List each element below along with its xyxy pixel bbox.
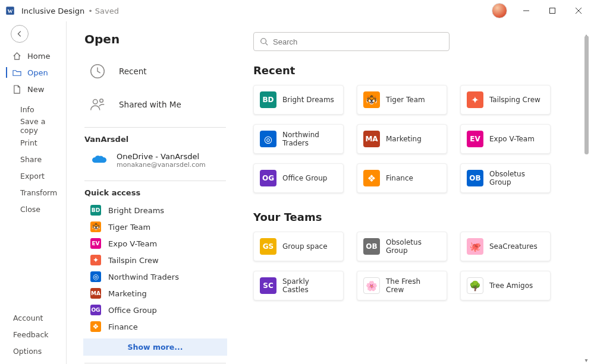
- team-card[interactable]: OBObsoletus Group: [460, 163, 551, 193]
- nav-item-open[interactable]: Open: [0, 64, 66, 81]
- team-card[interactable]: GSGroup space: [253, 232, 344, 261]
- team-icon: 🌳: [467, 277, 483, 294]
- section-heading: Recent: [253, 64, 581, 77]
- nav-item-share[interactable]: Share: [0, 151, 66, 167]
- source-shared-with-me[interactable]: Shared with Me: [84, 90, 226, 124]
- team-icon: 🐙: [467, 238, 483, 255]
- app-window: W Inclusive Design • Saved HomeOpenNew I…: [0, 0, 594, 364]
- nav-item-home[interactable]: Home: [0, 48, 66, 64]
- team-label: Expo V-Team: [489, 135, 535, 143]
- svg-text:W: W: [8, 8, 13, 14]
- nav-label: Close: [20, 205, 40, 214]
- nav-label: Print: [20, 138, 37, 147]
- team-icon: ◎: [90, 271, 101, 282]
- team-card[interactable]: OBObsoletus Group: [357, 232, 447, 261]
- card-grid: BDBright Dreams🐯Tiger Team✦Tailsping Cre…: [253, 85, 581, 193]
- minimize-button[interactable]: [513, 1, 539, 20]
- team-icon: 🌸: [363, 277, 380, 294]
- quick-access-item[interactable]: MAMarketing: [84, 285, 226, 302]
- scroll-down-icon[interactable]: ▾: [583, 357, 589, 363]
- team-label: Northwind Traders: [282, 131, 337, 148]
- team-card[interactable]: BDBright Dreams: [253, 85, 344, 115]
- separator: [84, 127, 226, 128]
- quick-access-label: Tiger Team: [108, 223, 150, 232]
- nav-item-account[interactable]: Account: [0, 309, 66, 326]
- team-icon: OG: [90, 305, 101, 315]
- back-button[interactable]: [11, 25, 29, 43]
- nav-label: Feedback: [13, 330, 49, 339]
- nav-item-feedback[interactable]: Feedback: [0, 326, 66, 343]
- team-card[interactable]: EVExpo V-Team: [460, 124, 551, 154]
- panel-title: Open: [84, 32, 226, 46]
- quick-access-label: Expo V-Team: [108, 239, 157, 248]
- source-label: Shared with Me: [119, 100, 181, 109]
- source-label: Recent: [119, 67, 147, 76]
- onedrive-account[interactable]: OneDrive - VanArsdel monakane@vanarsdel.…: [84, 148, 226, 177]
- team-label: Marketing: [386, 135, 422, 143]
- search-box[interactable]: [253, 32, 450, 51]
- team-icon: ❖: [363, 170, 380, 186]
- nav-item-save-a-copy[interactable]: Save a copy: [0, 118, 66, 134]
- titlebar: W Inclusive Design • Saved: [0, 0, 594, 21]
- nav-item-info[interactable]: Info: [0, 101, 66, 118]
- quick-access-item[interactable]: ❖Finance: [84, 318, 226, 335]
- team-icon: 🐯: [363, 91, 380, 108]
- quick-access-item[interactable]: 🐯Tiger Team: [84, 219, 226, 235]
- nav-item-new[interactable]: New: [0, 81, 66, 97]
- show-more-button[interactable]: Show more...: [83, 338, 227, 356]
- team-label: Office Group: [282, 174, 327, 182]
- team-card[interactable]: 🐙SeaCreatures: [460, 232, 551, 261]
- account-email: monakane@vanarsdel.com: [117, 161, 206, 169]
- onedrive-icon: [90, 154, 108, 167]
- team-card[interactable]: ◎Northwind Traders: [253, 124, 344, 154]
- team-card[interactable]: ❖Finance: [357, 163, 447, 193]
- team-icon: ◎: [260, 131, 276, 147]
- team-card[interactable]: 🐯Tiger Team: [357, 85, 447, 115]
- team-label: The Fresh Crew: [386, 277, 441, 295]
- team-label: Obsoletus Group: [386, 238, 441, 255]
- quick-access-item[interactable]: ✦Tailspin Crew: [84, 252, 226, 268]
- search-input[interactable]: [273, 37, 443, 46]
- account-name: OneDrive - VanArsdel: [117, 152, 206, 161]
- card-grid: GSGroup spaceOBObsoletus Group🐙SeaCreatu…: [253, 232, 581, 300]
- nav-item-options[interactable]: Options: [0, 343, 66, 359]
- nav-item-transform[interactable]: Transform: [0, 184, 66, 201]
- team-card[interactable]: 🌸The Fresh Crew: [357, 271, 447, 300]
- close-button[interactable]: [565, 1, 592, 20]
- save-state: • Saved: [88, 7, 119, 15]
- separator: [84, 181, 226, 181]
- nav-item-export[interactable]: Export: [0, 167, 66, 184]
- scrollbar[interactable]: ▴ ▾: [581, 32, 589, 364]
- separator: [84, 363, 226, 363]
- scroll-thumb[interactable]: [584, 36, 589, 154]
- nav-item-print[interactable]: Print: [0, 134, 66, 151]
- team-icon: MA: [363, 131, 380, 147]
- maximize-button[interactable]: [539, 1, 565, 20]
- new-icon: [12, 85, 21, 94]
- quick-access-item[interactable]: EVExpo V-Team: [84, 235, 226, 252]
- team-card[interactable]: ✦Tailsping Crew: [460, 85, 551, 115]
- save-state-label: Saved: [95, 7, 119, 15]
- quick-access-label: Quick access: [84, 188, 226, 197]
- team-card[interactable]: MAMarketing: [357, 124, 447, 154]
- nav-item-close[interactable]: Close: [0, 201, 66, 217]
- nav-label: Export: [20, 172, 45, 181]
- nav-label: Share: [20, 155, 42, 164]
- team-icon: OB: [363, 238, 380, 255]
- team-icon: MA: [90, 288, 101, 299]
- quick-access-label: Bright Dreams: [108, 206, 164, 215]
- quick-access-label: Northwind Traders: [108, 273, 179, 281]
- source-recent[interactable]: Recent: [84, 57, 226, 90]
- team-icon: BD: [90, 205, 101, 216]
- svg-rect-3: [550, 8, 555, 14]
- team-card[interactable]: SCSparkly Castles: [253, 271, 344, 300]
- team-card[interactable]: 🌳Tree Amigos: [460, 271, 551, 300]
- quick-access-item[interactable]: BDBright Dreams: [84, 202, 226, 219]
- user-avatar[interactable]: [492, 3, 507, 18]
- quick-access-item[interactable]: ◎Northwind Traders: [84, 268, 226, 285]
- nav-label: Account: [13, 314, 43, 322]
- team-card[interactable]: OGOffice Group: [253, 163, 344, 193]
- back-arrow-icon: [15, 30, 24, 38]
- quick-access-label: Tailspin Crew: [108, 256, 159, 265]
- quick-access-item[interactable]: OGOffice Group: [84, 302, 226, 318]
